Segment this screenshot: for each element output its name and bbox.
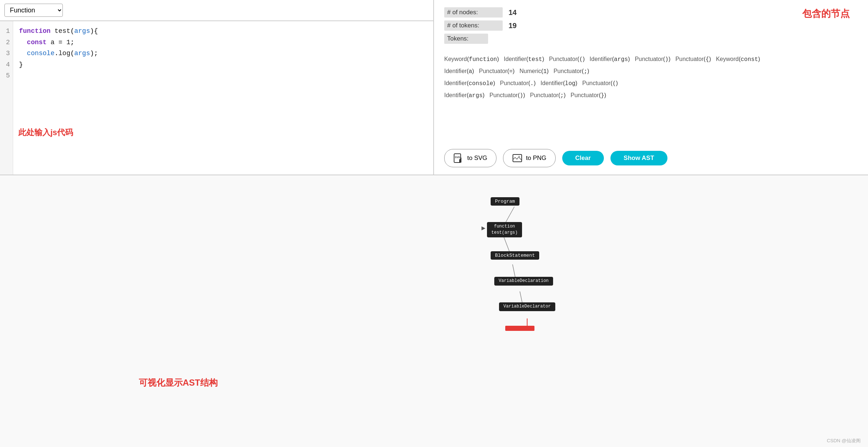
vardecl-node-label: VariableDeclaration [494,277,553,286]
line-numbers: 1 2 3 4 5 [0,21,13,175]
block-node-label: BlockStatement [491,251,539,260]
token-identifier-a: Identifier(a) [444,68,474,74]
tokens-count-row: # of tokens: 19 [444,20,858,31]
token-keyword-function: Keyword(function) [444,56,499,62]
token-identifier-args2: Identifier(args) [444,92,484,98]
code-area: 1 2 3 4 5 function test(args){ const a =… [0,21,433,175]
token-punctuator-lbrace: Punctuator({) [675,56,711,62]
tokens-section-label: Tokens: [444,34,488,44]
token-punctuator-semi2: Punctuator(;) [530,92,566,98]
function-node-label: functiontest(args) [487,222,522,237]
right-panel: 包含的节点 # of nodes: 14 # of tokens: 19 Tok… [434,0,868,175]
export-svg-button[interactable]: SVG to SVG [444,149,496,167]
token-identifier-console: Identifier(console) [444,80,495,86]
token-punctuator-rparen: Punctuator()) [635,56,671,62]
svg-point-3 [518,156,520,158]
token-punctuator-eq: Punctuator(=) [479,68,515,74]
ast-lines-svg [434,197,617,336]
tokens-display: Keyword(function) Identifier(test) Punct… [444,53,858,142]
token-identifier-log: Identifier(log) [541,80,578,86]
export-png-label: to PNG [526,154,547,162]
section-title: 包含的节点 [802,7,850,20]
nodes-row: # of nodes: 14 [444,7,858,18]
program-node-label: Program [491,197,519,206]
bottom-section: 可视化显示AST结构 Program ▶ functiontest(args) … [0,175,868,447]
buttons-row: SVG to SVG to PNG Clear Show AST [444,142,858,167]
code-content[interactable]: function test(args){ const a = 1; consol… [13,21,433,175]
ast-arrow-1: ▶ [481,225,486,231]
ast-node-program: Program [491,197,519,206]
ast-hint: 可视化显示AST结构 [139,377,218,389]
show-ast-button[interactable]: Show AST [610,151,667,165]
nodes-value: 14 [509,8,517,17]
dropdown-bar: Function Expression Statement Declaratio… [0,0,433,21]
png-icon [512,153,522,163]
token-punctuator-lparen: Punctuator(() [549,56,585,62]
ast-node-vartor: VariableDeclarator [499,302,555,311]
svg-icon: SVG [453,153,464,163]
tokens-count-value: 19 [509,22,517,30]
tokens-count-label: # of tokens: [444,20,503,31]
ast-node-block: BlockStatement [491,251,539,260]
function-select[interactable]: Function Expression Statement Declaratio… [4,4,63,17]
stats-area: # of nodes: 14 # of tokens: 19 Tokens: [444,7,858,49]
token-punctuator-lparen2: Punctuator(() [582,80,618,86]
left-panel: Function Expression Statement Declaratio… [0,0,434,175]
csdn-watermark: CSDN @仙凌阁 [827,438,861,444]
nodes-label: # of nodes: [444,7,503,18]
token-punctuator-rparen2: Punctuator()) [490,92,525,98]
export-png-button[interactable]: to PNG [503,149,556,167]
ast-node-vardecl: VariableDeclaration [494,277,553,286]
svg-text:SVG: SVG [455,156,460,158]
export-svg-label: to SVG [467,154,487,162]
token-identifier-test: Identifier(test) [504,56,544,62]
token-numeric-1: Numeric(1) [519,68,549,74]
ast-red-bar [505,326,534,331]
token-keyword-const: Keyword(const) [716,56,760,62]
ast-node-function: functiontest(args) [487,222,522,237]
token-identifier-args1: Identifier(args) [590,56,630,62]
token-punctuator-rbrace: Punctuator(}) [571,92,606,98]
vartor-node-label: VariableDeclarator [499,302,555,311]
clear-button[interactable]: Clear [562,151,604,165]
token-punctuator-dot: Punctuator(.) [500,80,536,86]
token-punctuator-semi1: Punctuator(;) [553,68,589,74]
